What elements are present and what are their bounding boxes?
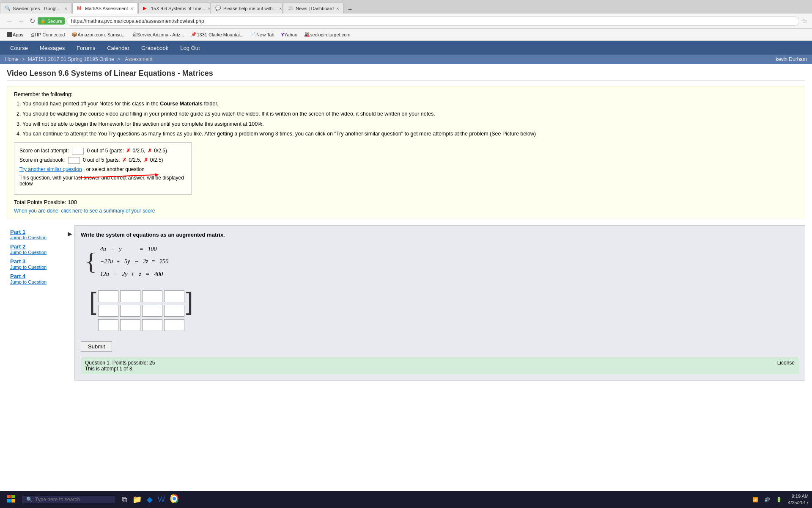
matrix-cell-1-1[interactable] [120,305,140,317]
question-info-bar: Question 1. Points possible: 25 This is … [81,357,799,374]
equation-1: 4u − y = 100 [100,243,168,255]
back-button[interactable]: ← [3,17,15,26]
matrix-cell-2-0[interactable] [98,319,118,331]
content-area: Part 1 Jump to Question Part 2 Jump to Q… [7,225,805,381]
bookmark-hp-label: HP Connected [35,32,65,37]
bookmark-amazon[interactable]: 📦 Amazon.com: Samsu... [68,31,129,38]
bookmark-hp[interactable]: 🖨 HP Connected [27,31,68,38]
bookmark-target-label: seclogin.target.com [310,32,350,37]
bookmark-newtab-label: New Tab [256,32,274,37]
tab-close-5[interactable]: × [336,6,339,11]
nav-logout[interactable]: Log Out [174,42,206,54]
instruction-2: You should be watching the course video … [22,110,798,118]
sidebar-part-2: Part 2 Jump to Question [10,243,71,255]
bookmark-service-az[interactable]: 🏛 ServiceArizona - Ariz... [129,31,187,38]
tab-favicon-4: 💬 [215,6,221,11]
equation-3: 12u − 2y + z = 400 [100,268,168,280]
breadcrumb-course[interactable]: MAT151 2017 01 Spring 18195 Online [28,56,114,62]
breadcrumb-current: Assessment [125,56,152,62]
nav-gradebook[interactable]: Gradebook [135,42,174,54]
svg-line-0 [79,175,155,178]
tab-mathas[interactable]: M MathAS Assessment × [72,3,138,14]
summary-link[interactable]: When you are done, click here to see a s… [14,208,155,214]
matrix-cell-1-0[interactable] [98,305,118,317]
matrix-cell-1-2[interactable] [142,305,162,317]
matrix-cell-2-3[interactable] [164,319,184,331]
tab-close-1[interactable]: × [65,6,67,11]
sidebar-part-3: Part 3 Jump to Question [10,258,71,270]
part-3-link[interactable]: Part 3 [10,258,71,265]
tab-news[interactable]: 📰 News | Dashboard × [283,3,344,14]
part-1-link[interactable]: Part 1 [10,229,71,235]
tab-close-4[interactable]: × [279,6,282,11]
part-2-link[interactable]: Part 2 [10,243,71,250]
red-arrow-annotation [79,171,163,184]
jump-1-link[interactable]: Jump to Question [10,235,71,240]
bookmark-apps-label: Apps [13,32,23,37]
matrix-input-container: [ ] [89,290,193,332]
secure-badge: 🔒 Secure [38,17,65,25]
new-tab-button[interactable]: + [344,6,356,14]
reload-button[interactable]: ↻ [27,16,38,26]
part-4-link[interactable]: Part 4 [10,273,71,279]
matrix-cell-0-3[interactable] [164,290,184,302]
score-grade-row: Score in gradebook: 0 out of 5 (parts: ✗… [19,157,186,164]
nav-calendar[interactable]: Calendar [101,42,135,54]
bookmark-target[interactable]: 🎎 seclogin.target.com [301,31,354,38]
matrix-cell-2-2[interactable] [142,319,162,331]
url-bar[interactable] [66,17,799,26]
nav-bar: ← → ↻ 🔒 Secure ☆ [0,14,812,29]
bookmark-newtab[interactable]: 📄 New Tab [247,31,278,38]
nav-messages[interactable]: Messages [34,42,71,54]
sidebar-part-4: Part 4 Jump to Question [10,273,71,284]
lms-navigation: Course Messages Forums Calendar Gradeboo… [0,41,812,55]
score-grade-box [68,157,80,164]
main-content: Video Lesson 9.6 Systems of Linear Equat… [0,64,812,386]
amazon-icon: 📦 [71,32,77,37]
forward-button[interactable]: → [15,17,27,26]
newtab-icon: 📄 [250,32,256,37]
breadcrumb-bar: Home > MAT151 2017 01 Spring 18195 Onlin… [0,55,812,64]
jump-2-link[interactable]: Jump to Question [10,250,71,255]
equations-block: 4u − y = 100 −27u + 5y − 2z = 250 12u − … [100,243,168,280]
matrix-cell-0-2[interactable] [142,290,162,302]
jump-4-link[interactable]: Jump to Question [10,279,71,284]
bookmark-apps[interactable]: ⬛ Apps [3,31,27,38]
tab-close-2[interactable]: × [131,6,133,11]
play-triangle-icon[interactable]: ▶ [68,230,72,237]
bookmark-star-button[interactable]: ☆ [799,17,809,25]
svg-marker-1 [155,173,159,177]
tab-close-3[interactable]: × [208,6,210,11]
matrix-cell-0-0[interactable] [98,290,118,302]
instruction-3: You will not be able to begin the Homewo… [22,120,798,128]
1331-icon: 📌 [191,32,197,37]
matrix-cell-2-1[interactable] [120,319,140,331]
tab-sweden[interactable]: 🔍 Sweden pres - Google S... × [0,3,72,14]
score-panel: Score on last attempt: 0 out of 5 (parts… [14,142,192,195]
nav-forums[interactable]: Forums [71,42,101,54]
breadcrumb-sep-1: > [22,56,26,62]
tab-favicon-5: 📰 [288,6,294,11]
submit-button[interactable]: Submit [81,341,112,352]
score-last-box [72,148,84,155]
apps-icon: ⬛ [7,32,13,37]
bookmark-yahoo[interactable]: Y Yahoo [278,31,301,38]
matrix-cell-1-3[interactable] [164,305,184,317]
try-another-link[interactable]: Try another similar question [19,166,82,172]
nav-course[interactable]: Course [4,42,34,54]
question-wrapper: ▶ Write the system of equations as an au… [74,225,805,381]
jump-3-link[interactable]: Jump to Question [10,265,71,270]
breadcrumb-home[interactable]: Home [5,56,19,62]
license-text: License [777,360,795,372]
user-name: kevin Durham [776,56,807,62]
bookmark-1331[interactable]: 📌 1331 Clarke Mountai... [187,31,247,38]
matrix-cell-0-1[interactable] [120,290,140,302]
bookmarks-bar: ⬛ Apps 🖨 HP Connected 📦 Amazon.com: Sams… [0,29,812,41]
left-brace-icon: { [85,251,97,273]
tab-title-2: MathAS Assessment [85,6,128,11]
tab-help[interactable]: 💬 Please help me out with... × [211,3,283,14]
target-icon: 🎎 [304,32,310,37]
instruction-1: You should have printed off your Notes f… [22,100,798,108]
tab-15x[interactable]: ▶ 15X 9.6 Systems of Line... × [138,3,210,14]
bookmark-serviceaz-label: ServiceArizona - Ariz... [137,32,184,37]
